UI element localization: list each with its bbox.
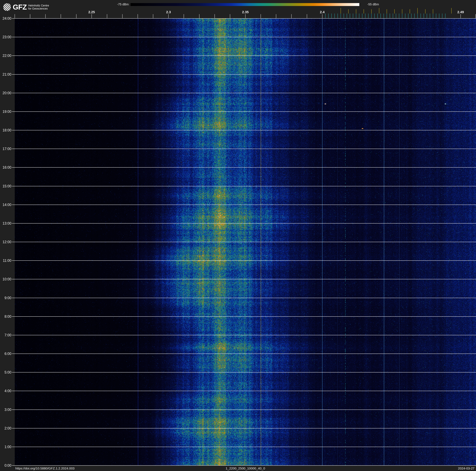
ble-channel-tick	[411, 14, 411, 18]
ble-channel-tick	[356, 14, 356, 18]
hour-gridline-20-00	[12, 93, 476, 93]
wifi-channel-tick	[348, 9, 349, 14]
hour-label-24-00: 24:00	[0, 17, 11, 21]
freq-minor-tick	[122, 14, 122, 18]
hour-gridline-16-00	[12, 167, 476, 167]
footer-date: 2024-03-27	[458, 467, 475, 470]
logo-subtitle-line1: Helmholtz Centre	[28, 4, 49, 7]
ble-channel-tick	[365, 14, 365, 18]
freq-minor-tick	[215, 14, 215, 18]
freq-minor-tick	[230, 14, 230, 18]
freq-minor-tick	[184, 14, 184, 18]
power-colorbar	[131, 3, 359, 6]
wifi-channel-tick	[425, 9, 425, 14]
time-axis: 24:0023:0022:0021:0020:0019:0018:0017:00…	[0, 0, 15, 471]
ble-channel-tick	[350, 14, 350, 18]
hour-label-13-00: 13:00	[0, 221, 11, 225]
wifi-channel-tick	[387, 9, 387, 14]
ble-channel-tick	[344, 14, 344, 18]
freq-minor-tick	[261, 14, 261, 18]
hour-gridline-3-00	[12, 410, 476, 410]
hour-label-8-00: 8:00	[0, 314, 11, 319]
ble-channel-tick	[399, 14, 399, 18]
hour-label-1-00: 1:00	[0, 445, 11, 449]
hour-gridline-13-00	[12, 223, 476, 223]
hour-label-10-00: 10:00	[0, 277, 11, 281]
hour-label-23-00: 23:00	[0, 35, 11, 39]
freq-minor-tick	[137, 14, 138, 18]
wifi-channel-tick	[379, 8, 379, 14]
ble-channel-tick	[442, 14, 442, 18]
ble-channel-tick	[380, 14, 381, 18]
freq-minor-tick	[168, 14, 169, 18]
freq-label-2.4: 2.4	[320, 10, 324, 14]
freq-minor-tick	[307, 14, 307, 18]
ble-channel-tick	[402, 14, 402, 18]
hour-label-2-00: 2:00	[0, 426, 11, 430]
wifi-channel-tick	[410, 9, 410, 14]
hour-label-17-00: 17:00	[0, 147, 11, 151]
colorbar-max-label: -55 dBm	[367, 3, 379, 6]
hour-label-7-00: 7:00	[0, 333, 11, 337]
ble-channel-tick	[384, 14, 384, 18]
ble-channel-tick	[374, 14, 375, 18]
hour-gridline-21-00	[12, 74, 476, 74]
freq-minor-tick	[291, 14, 292, 18]
hour-gridline-23-00	[12, 37, 476, 37]
wifi-channel-tick	[340, 8, 341, 14]
wifi-channel-tick	[433, 9, 433, 14]
freq-minor-tick	[153, 14, 153, 18]
freq-minor-tick	[76, 14, 76, 18]
ble-channel-tick	[439, 14, 439, 18]
logo-subtitle-line2: for Geosciences	[28, 7, 49, 10]
hour-label-16-00: 16:00	[0, 165, 11, 170]
ble-channel-tick	[393, 14, 393, 18]
hour-label-3-00: 3:00	[0, 408, 11, 412]
hour-label-20-00: 20:00	[0, 91, 11, 95]
ble-channel-tick	[408, 14, 408, 18]
hour-gridline-2-00	[12, 428, 476, 428]
gfz-logo-icon	[3, 3, 11, 11]
hour-gridline-5-00	[12, 372, 476, 372]
ble-channel-tick	[387, 14, 387, 18]
hour-gridline-0-00	[12, 465, 476, 466]
hour-gridline-22-00	[12, 55, 476, 56]
ble-channel-tick	[430, 14, 430, 18]
freq-label-2.49: 2.49	[457, 10, 464, 14]
freq-label-2.35: 2.35	[242, 10, 249, 14]
freq-minor-tick	[460, 14, 461, 18]
ble-channel-tick	[414, 14, 415, 18]
ble-channel-tick	[334, 14, 335, 18]
wifi-channel-tick	[364, 9, 364, 14]
hour-label-19-00: 19:00	[0, 109, 11, 114]
hour-label-18-00: 18:00	[0, 128, 11, 132]
hour-gridline-15-00	[12, 186, 476, 186]
colorbar-min-label: -75 dBm	[102, 3, 129, 6]
ble-channel-tick	[377, 14, 378, 18]
freq-minor-tick	[322, 14, 323, 18]
ble-channel-tick	[331, 14, 332, 18]
logo-org-name: GFZ	[13, 3, 27, 11]
ble-channel-tick	[427, 14, 427, 18]
ble-channel-tick	[421, 14, 421, 18]
freq-minor-tick	[199, 14, 200, 18]
ble-channel-tick	[338, 14, 338, 18]
ble-channel-tick	[368, 14, 369, 18]
hour-gridline-4-00	[12, 391, 476, 391]
ble-channel-tick	[417, 14, 418, 18]
ble-channel-tick	[340, 14, 341, 18]
hour-gridline-1-00	[12, 447, 476, 447]
hour-label-12-00: 12:00	[0, 240, 11, 244]
footer-doi-link[interactable]: https://doi.org/10.5880/GFZ.1.2.2024.003	[15, 467, 74, 470]
ble-channel-tick	[328, 14, 329, 18]
footer-dataset-id: 1_2200_2500_10000_40_0	[226, 467, 265, 470]
freq-minor-tick	[245, 14, 246, 18]
hour-label-5-00: 5:00	[0, 370, 11, 375]
hour-label-15-00: 15:00	[0, 184, 11, 188]
logo-subtitle: Helmholtz Centre for Geosciences	[28, 4, 49, 10]
ble-channel-tick	[396, 14, 396, 18]
wifi-channel-tick	[394, 9, 395, 14]
ble-channel-tick	[424, 14, 424, 18]
hour-gridline-12-00	[12, 242, 476, 242]
freq-minor-tick	[476, 14, 476, 18]
